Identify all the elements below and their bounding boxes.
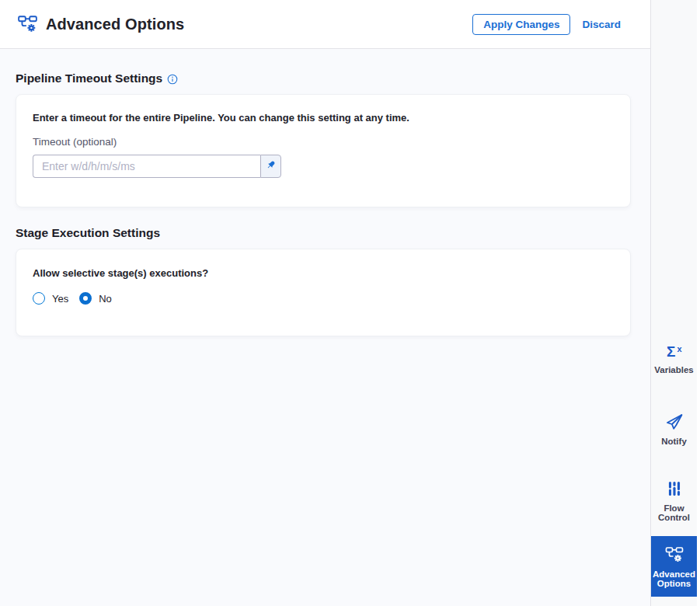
radio-option-no[interactable]: No bbox=[79, 292, 112, 305]
pipeline-timeout-heading: Pipeline Timeout Settings bbox=[16, 71, 162, 85]
selective-stage-radio-group: Yes No bbox=[33, 292, 614, 305]
radio-label: Yes bbox=[52, 293, 68, 305]
page-title: Advanced Options bbox=[46, 16, 184, 33]
selective-stage-question: Allow selective stage(s) executions? bbox=[33, 267, 614, 279]
pin-button[interactable] bbox=[260, 155, 281, 178]
timeout-input[interactable] bbox=[33, 155, 260, 178]
svg-text:x: x bbox=[677, 343, 682, 353]
apply-changes-button[interactable]: Apply Changes bbox=[472, 14, 570, 35]
timeout-field-label: Timeout (optional) bbox=[33, 136, 614, 148]
right-sidebar: Σ x Variables Notify Flow Control bbox=[650, 0, 697, 606]
pipeline-gear-icon bbox=[17, 14, 38, 34]
panel-content: Pipeline Timeout Settings Enter a timeou… bbox=[0, 49, 650, 336]
right-gutter bbox=[697, 0, 700, 606]
stage-execution-heading: Stage Execution Settings bbox=[16, 226, 160, 240]
stage-execution-card: Allow selective stage(s) executions? Yes… bbox=[16, 249, 631, 336]
sidebar-item-label: Flow Control bbox=[651, 503, 697, 522]
sidebar-item-label: Notify bbox=[660, 437, 688, 446]
sidebar-item-label: Advanced Options bbox=[651, 569, 697, 588]
svg-text:Σ: Σ bbox=[667, 343, 675, 359]
pin-icon bbox=[265, 159, 277, 173]
advanced-options-panel: Advanced Options Apply Changes Discard P… bbox=[0, 0, 650, 606]
panel-header: Advanced Options Apply Changes Discard bbox=[0, 0, 650, 49]
radio-icon bbox=[33, 292, 45, 305]
sliders-icon bbox=[664, 479, 684, 498]
paper-plane-icon bbox=[664, 413, 684, 431]
discard-button[interactable]: Discard bbox=[582, 19, 621, 30]
sidebar-item-advanced-options[interactable]: Advanced Options bbox=[651, 536, 697, 597]
radio-icon bbox=[79, 292, 92, 305]
sidebar-item-label: Variables bbox=[653, 365, 695, 374]
info-icon[interactable] bbox=[167, 74, 178, 85]
sidebar-item-variables[interactable]: Σ x Variables bbox=[651, 322, 697, 393]
timeout-description: Enter a timeout for the entire Pipeline.… bbox=[33, 112, 614, 124]
sigma-x-icon: Σ x bbox=[664, 341, 684, 360]
sidebar-item-flow-control[interactable]: Flow Control bbox=[651, 465, 697, 536]
radio-label: No bbox=[99, 293, 112, 305]
radio-option-yes[interactable]: Yes bbox=[33, 292, 68, 305]
sidebar-item-notify[interactable]: Notify bbox=[651, 393, 697, 465]
pipeline-gear-icon bbox=[664, 545, 684, 564]
timeout-input-group bbox=[33, 155, 281, 178]
pipeline-timeout-card: Enter a timeout for the entire Pipeline.… bbox=[16, 94, 631, 207]
